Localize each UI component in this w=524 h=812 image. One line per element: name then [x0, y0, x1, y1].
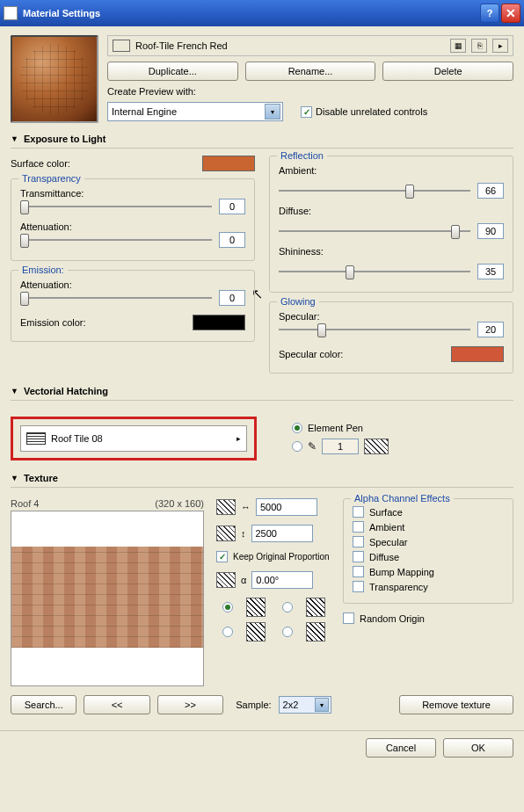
surface-color-swatch[interactable] [202, 156, 255, 171]
help-button[interactable]: ? [480, 4, 499, 23]
alpha-transparency-checkbox[interactable] [353, 581, 364, 592]
custom-pen-radio[interactable] [292, 441, 302, 452]
disable-unrelated-label: Disable unrelated controls [316, 106, 427, 117]
pen-number-input[interactable]: 1 [322, 439, 359, 454]
alpha-specular-checkbox[interactable] [353, 536, 364, 547]
diffuse-value[interactable]: 90 [477, 223, 504, 239]
specular-value[interactable]: 20 [477, 322, 504, 337]
rename-button[interactable]: Rename... [245, 62, 376, 81]
hatching-name: Roof Tile 08 [51, 433, 103, 444]
glowing-title: Glowing [277, 296, 319, 307]
texture-width-input[interactable]: 5000 [256, 498, 317, 516]
texture-dims: (320 x 160) [155, 498, 204, 509]
transmittance-value[interactable]: 0 [219, 199, 245, 214]
cancel-button[interactable]: Cancel [366, 738, 436, 758]
pattern-option-3[interactable] [246, 622, 266, 642]
hatching-highlight-box: Roof Tile 08 [11, 417, 257, 460]
pen-icon: ✎ [308, 440, 317, 453]
alpha-surface-checkbox[interactable] [353, 506, 364, 518]
transmittance-slider[interactable] [20, 199, 212, 214]
titlebar[interactable]: Material Settings ? ✕ [0, 0, 524, 26]
random-origin-label: Random Origin [360, 613, 425, 624]
ok-button[interactable]: OK [443, 738, 513, 758]
pattern-option-4[interactable] [306, 622, 325, 642]
surface-color-label: Surface color: [11, 158, 98, 169]
shininess-slider[interactable] [279, 264, 470, 279]
random-origin-checkbox[interactable] [343, 613, 354, 624]
transparency-attenuation-value[interactable]: 0 [219, 232, 245, 248]
width-icon [216, 499, 236, 515]
pattern-radio-4[interactable] [282, 627, 293, 637]
shininess-value[interactable]: 35 [477, 264, 504, 279]
section-exposure[interactable]: ▼ Exposure to Light [11, 130, 513, 149]
material-preview-sphere [11, 35, 98, 123]
link-icon[interactable]: ⎘ [471, 39, 487, 53]
menu-arrow-icon[interactable]: ▸ [492, 39, 508, 53]
texture-angle-input[interactable]: 0.00° [251, 571, 313, 589]
chevron-down-icon: ▼ [11, 134, 18, 143]
hatch-pattern-icon [26, 432, 46, 445]
pattern-option-1[interactable] [246, 598, 266, 617]
ambient-slider[interactable] [279, 183, 470, 199]
transmittance-label: Transmittance: [20, 188, 245, 199]
specular-color-swatch[interactable] [451, 346, 504, 362]
material-name: Roof-Tile French Red [135, 40, 445, 51]
keep-proportion-label: Keep Original Proportion [233, 552, 330, 562]
emission-color-swatch[interactable] [193, 315, 245, 330]
element-pen-radio[interactable] [292, 423, 302, 433]
shininess-label: Shininess: [279, 246, 353, 257]
grid-icon[interactable]: ▦ [450, 39, 466, 53]
alpha-bump-checkbox[interactable] [353, 566, 364, 577]
alpha-ambient-checkbox[interactable] [353, 521, 364, 533]
next-button[interactable]: >> [157, 695, 223, 714]
close-button[interactable]: ✕ [501, 4, 520, 23]
emission-attenuation-label: Attenuation: [20, 279, 245, 290]
section-hatching[interactable]: ▼ Vectorial Hatching [11, 382, 513, 401]
emission-attenuation-slider[interactable] [20, 290, 212, 306]
diffuse-label: Diffuse: [279, 206, 353, 216]
duplicate-button[interactable]: Duplicate... [107, 62, 238, 81]
specular-color-label: Specular color: [279, 349, 375, 359]
window-title: Material Settings [23, 8, 100, 18]
texture-preview [11, 511, 204, 686]
alpha-diffuse-checkbox[interactable] [353, 551, 364, 562]
emission-attenuation-value[interactable]: 0 [219, 290, 245, 306]
v-arrow-icon: ↕ [241, 528, 246, 539]
transparency-attenuation-slider[interactable] [20, 232, 212, 248]
alpha-channel-box: Alpha Channel Effects Surface Ambient Sp… [343, 498, 513, 604]
pattern-radio-3[interactable] [222, 627, 233, 637]
pattern-radio-2[interactable] [282, 602, 293, 613]
transparency-title: Transparency [18, 173, 84, 184]
sample-combo[interactable]: 2x2 [279, 696, 331, 714]
texture-name: Roof 4 [11, 498, 39, 509]
delete-button[interactable]: Delete [382, 62, 513, 81]
hatching-selector[interactable]: Roof Tile 08 [20, 425, 247, 452]
texture-height-input[interactable]: 2500 [251, 525, 313, 542]
height-icon [216, 526, 236, 541]
search-button[interactable]: Search... [11, 695, 76, 714]
engine-combo[interactable]: Internal Engine [107, 102, 283, 121]
chevron-down-icon: ▼ [11, 474, 18, 482]
angle-icon [216, 572, 236, 588]
disable-unrelated-checkbox[interactable]: ✓ [301, 106, 312, 118]
transparency-attenuation-label: Attenuation: [20, 221, 245, 232]
pattern-radio-1[interactable] [222, 602, 233, 613]
pattern-option-2[interactable] [306, 598, 325, 617]
section-texture[interactable]: ▼ Texture [11, 469, 513, 488]
prev-button[interactable]: << [84, 695, 149, 714]
sample-label: Sample: [236, 700, 271, 710]
specular-slider[interactable] [279, 322, 470, 337]
remove-texture-button[interactable]: Remove texture [399, 695, 513, 714]
alpha-title: Alpha Channel Effects [351, 493, 454, 504]
h-arrow-icon: ↔ [241, 502, 251, 512]
keep-proportion-checkbox[interactable]: ✓ [216, 551, 228, 562]
element-pen-label: Element Pen [308, 423, 363, 433]
material-color-swatch[interactable] [113, 40, 130, 52]
diffuse-slider[interactable] [279, 223, 470, 239]
pen-pattern-icon[interactable] [364, 439, 389, 454]
material-name-row: Roof-Tile French Red ▦ ⎘ ▸ [107, 35, 513, 56]
ambient-label: Ambient: [279, 165, 353, 176]
ambient-value[interactable]: 66 [477, 183, 504, 199]
alpha-symbol-icon: α [241, 575, 246, 585]
specular-label: Specular: [279, 311, 504, 322]
